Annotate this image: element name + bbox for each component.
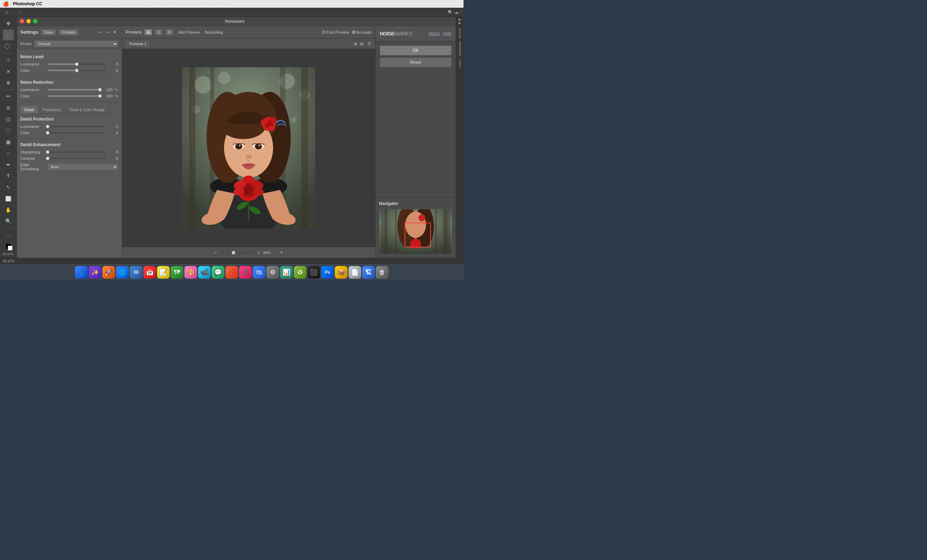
dock-messages[interactable]: 💬 <box>212 266 224 279</box>
dock-mail[interactable]: ✉ <box>130 266 142 279</box>
search-icon[interactable]: 🔍 <box>448 10 453 15</box>
eraser-tool[interactable]: ⬚ <box>3 125 14 136</box>
help-link[interactable]: Help <box>443 31 451 36</box>
layout-single-btn[interactable]: ▣ <box>144 29 152 35</box>
foreground-color[interactable] <box>5 243 12 249</box>
menu-select[interactable]: Select <box>131 1 146 7</box>
luminance-noise-slider[interactable] <box>48 64 106 65</box>
menu-3d[interactable]: 3D <box>167 1 176 7</box>
nw-close-button[interactable] <box>20 19 24 23</box>
dock-photos[interactable]: 🎨 <box>184 266 197 279</box>
dock-noiseware[interactable]: ♻ <box>294 266 306 279</box>
fast-preview-radio[interactable] <box>322 30 326 34</box>
zoom-dropdown[interactable]: ▼ <box>280 250 283 254</box>
shape-tool[interactable]: ⬜ <box>3 193 14 204</box>
dock-calendar[interactable]: 📅 <box>143 266 156 279</box>
dock-safari[interactable]: 🌐 <box>116 266 129 279</box>
color-noise-slider[interactable] <box>48 70 106 71</box>
redo-button[interactable]: ↪ <box>104 29 111 35</box>
dp-luminance-slider[interactable] <box>48 126 106 127</box>
bracketing-button[interactable]: Bracketing <box>205 30 223 34</box>
crop-tool[interactable]: ⊹ <box>3 55 14 65</box>
dock-archive[interactable]: 📦 <box>335 266 348 279</box>
dock-launchpad[interactable]: 🚀 <box>102 266 115 279</box>
dock-ps[interactable]: Ps <box>321 266 334 279</box>
eyedropper-tool[interactable]: ✕ <box>3 66 14 76</box>
more-tools[interactable]: … <box>3 230 14 240</box>
dock-maps[interactable]: 🗺 <box>171 266 183 279</box>
menu-view[interactable]: View <box>180 1 193 7</box>
tab-detail[interactable]: Detail <box>20 105 38 114</box>
pen-tool[interactable]: ✒ <box>3 159 14 170</box>
dock-app-store[interactable]: 🛍 <box>253 266 265 279</box>
layout-split-btn[interactable]: ⊟ <box>155 29 163 35</box>
add-preview-button[interactable]: Add Preview <box>176 29 202 35</box>
preview-prev-btn[interactable]: ◀ <box>352 41 358 47</box>
tab-frequency[interactable]: Frequency <box>39 105 64 114</box>
menu-edit[interactable]: Edit <box>61 1 72 7</box>
type-tool[interactable]: T <box>3 171 14 181</box>
reset-button[interactable]: Reset <box>380 58 451 67</box>
preview-menu-btn[interactable]: ▼ <box>366 41 372 47</box>
dock-terminal[interactable]: ⬛ <box>307 266 320 279</box>
zoom-minus-button[interactable]: − <box>214 250 217 255</box>
nw-maximize-button[interactable] <box>33 19 38 23</box>
fast-preview-label[interactable]: Fast Preview <box>322 30 349 34</box>
preview-tab-1[interactable]: Preview 1 <box>125 40 151 48</box>
menu-image[interactable]: Image <box>76 1 91 7</box>
dock-music[interactable]: 🎵 <box>239 266 252 279</box>
history-brush[interactable]: ◫ <box>3 114 14 124</box>
luminance-reduction-slider[interactable] <box>48 89 100 90</box>
cloud-icon[interactable]: ☁ <box>454 10 459 15</box>
menu-type[interactable]: Type <box>114 1 126 7</box>
dock-trash[interactable]: 🗑 <box>376 266 389 279</box>
hand-tool[interactable]: ✋ <box>3 205 14 215</box>
dock-facetime[interactable]: 📹 <box>198 266 211 279</box>
layout-compare-btn[interactable]: ⊞ <box>166 29 173 35</box>
healing-tool[interactable]: ⊕ <box>3 77 14 88</box>
menu-file[interactable]: File <box>46 1 56 7</box>
panels-toggle[interactable]: ◀◀ <box>458 18 462 25</box>
path-select-tool[interactable]: ↖ <box>3 182 14 193</box>
settings-dropdown[interactable]: ▼ <box>111 29 118 35</box>
contrast-slider[interactable] <box>48 158 106 159</box>
dock-developer[interactable]: 🏗 <box>362 266 375 279</box>
menu-window[interactable]: Window <box>197 1 215 7</box>
dock-notes[interactable]: 📝 <box>157 266 170 279</box>
clone-tool[interactable]: ⊘ <box>3 103 14 113</box>
edge-smoothing-select[interactable]: Auto <box>48 163 118 170</box>
dock-stocks[interactable]: 📊 <box>280 266 293 279</box>
color-reduction-slider[interactable] <box>48 95 100 97</box>
apple-menu[interactable]: 🍎 <box>3 1 9 7</box>
zoom-tool[interactable]: 🔍 <box>3 216 14 226</box>
accurate-label[interactable]: Accurate <box>352 30 372 34</box>
accurate-radio[interactable] <box>352 30 356 34</box>
tab-tonal[interactable]: Tonal & Color Range <box>65 105 109 114</box>
menu-filter[interactable]: Filter <box>150 1 163 7</box>
preview-next-btn[interactable]: ▶ <box>359 41 365 47</box>
zoom-slider[interactable] <box>219 252 255 253</box>
dp-color-slider[interactable] <box>48 132 106 134</box>
marquee-tool[interactable]: ⬚ <box>3 29 14 40</box>
dock-system-prefs[interactable]: ⚙ <box>266 266 279 279</box>
gradient-tool[interactable]: ▦ <box>3 137 14 147</box>
menu-layer[interactable]: Layer <box>95 1 109 7</box>
nw-minimize-button[interactable] <box>26 19 31 23</box>
frame-tool[interactable]: ⬚ <box>14 7 25 18</box>
background-color[interactable] <box>8 246 13 250</box>
lasso-tool[interactable]: ⃝ <box>3 41 14 52</box>
preset-select[interactable]: Default <box>34 40 118 47</box>
save-button[interactable]: Save <box>41 29 56 35</box>
brush-tool[interactable]: ✏ <box>3 91 14 102</box>
menu-help[interactable]: Help <box>219 1 232 7</box>
navigator-thumbnail[interactable] <box>379 209 452 254</box>
home-button[interactable]: ⌂ <box>2 7 13 18</box>
dock-finder[interactable]: 👤 <box>75 266 88 279</box>
undo-button[interactable]: ↩ <box>97 29 103 35</box>
move-tool[interactable]: ✥ <box>3 18 14 29</box>
zoom-plus-button[interactable]: + <box>257 250 260 255</box>
share-icon[interactable]: ↑ <box>460 10 462 15</box>
dock-finder-doc[interactable]: 📄 <box>348 266 361 279</box>
dodge-tool[interactable]: ○ <box>3 148 14 158</box>
dock-do-not-disturb[interactable]: 🚫 <box>225 266 238 279</box>
